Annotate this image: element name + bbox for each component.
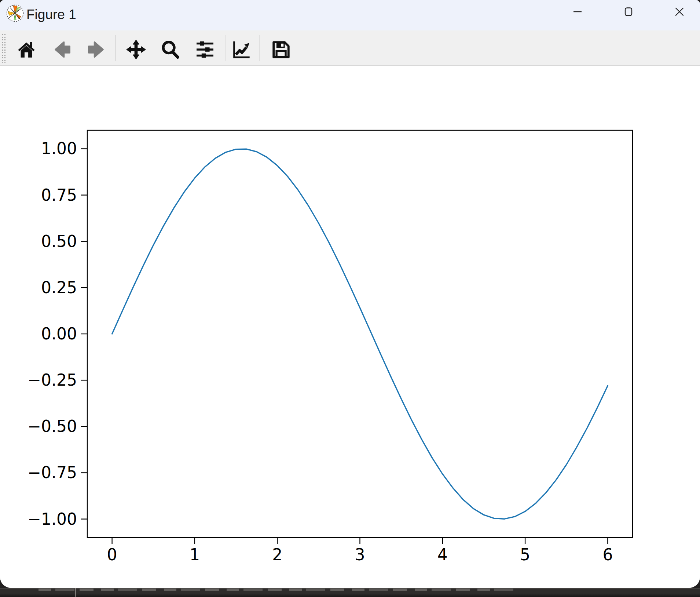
zoom-icon xyxy=(160,39,181,60)
y-tick-label: −1.00 xyxy=(28,510,77,528)
home-icon xyxy=(16,39,37,60)
customize-icon xyxy=(230,39,252,60)
toolbar-separator xyxy=(115,35,116,61)
screen: Figure 1 xyxy=(0,0,700,597)
title-bar[interactable]: Figure 1 xyxy=(0,0,700,30)
window-title: Figure 1 xyxy=(26,0,76,30)
save-button[interactable] xyxy=(268,36,294,63)
x-tick-label: 1 xyxy=(190,545,200,564)
y-tick-label: 0.25 xyxy=(41,278,77,297)
figure-window: Figure 1 xyxy=(0,0,700,588)
close-button[interactable] xyxy=(663,0,696,23)
y-tick-label: 0.50 xyxy=(41,232,77,251)
toolbar-separator xyxy=(259,35,260,61)
y-tick-label: −0.25 xyxy=(28,371,77,389)
forward-button[interactable] xyxy=(83,36,109,63)
back-button[interactable] xyxy=(49,36,76,63)
y-tick-label: 0.00 xyxy=(41,324,77,343)
y-tick-label: 0.75 xyxy=(41,186,77,204)
toolbar-grip-handle[interactable] xyxy=(1,33,7,63)
subplots-icon xyxy=(194,39,216,60)
x-tick-label: 6 xyxy=(602,545,613,564)
toolbar-separator xyxy=(225,35,226,61)
back-icon xyxy=(52,39,73,60)
background-terminal-clipped-text xyxy=(39,589,515,591)
x-tick-label: 3 xyxy=(355,545,365,564)
background-terminal-bar[interactable] xyxy=(0,588,700,597)
navigation-toolbar xyxy=(0,30,700,66)
matplotlib-logo-icon xyxy=(6,4,24,22)
minimize-icon xyxy=(572,6,583,17)
background-terminal-cursor xyxy=(75,588,76,597)
axes-plot[interactable]: 01234561.000.750.500.250.00−0.25−0.50−0.… xyxy=(0,66,700,588)
customize-button[interactable] xyxy=(228,36,254,63)
save-icon xyxy=(270,39,292,60)
plot-canvas[interactable]: 01234561.000.750.500.250.00−0.25−0.50−0.… xyxy=(0,66,700,588)
zoom-button[interactable] xyxy=(157,36,183,63)
x-tick-label: 4 xyxy=(437,545,448,564)
home-button[interactable] xyxy=(13,36,40,63)
close-icon xyxy=(674,6,685,17)
pan-button[interactable] xyxy=(123,36,149,63)
axes-spines xyxy=(87,130,633,538)
x-tick-label: 0 xyxy=(107,545,117,564)
forward-icon xyxy=(85,39,107,60)
maximize-button[interactable] xyxy=(612,0,645,23)
x-tick-label: 5 xyxy=(520,545,530,564)
y-tick-label: −0.75 xyxy=(28,463,77,482)
subplots-button[interactable] xyxy=(192,36,218,63)
pan-icon xyxy=(125,39,147,60)
y-tick-label: −0.50 xyxy=(28,417,77,436)
sine-curve xyxy=(112,149,608,519)
minimize-button[interactable] xyxy=(561,0,594,23)
x-tick-label: 2 xyxy=(272,545,282,564)
y-tick-label: 1.00 xyxy=(41,139,77,158)
maximize-icon xyxy=(623,6,634,17)
